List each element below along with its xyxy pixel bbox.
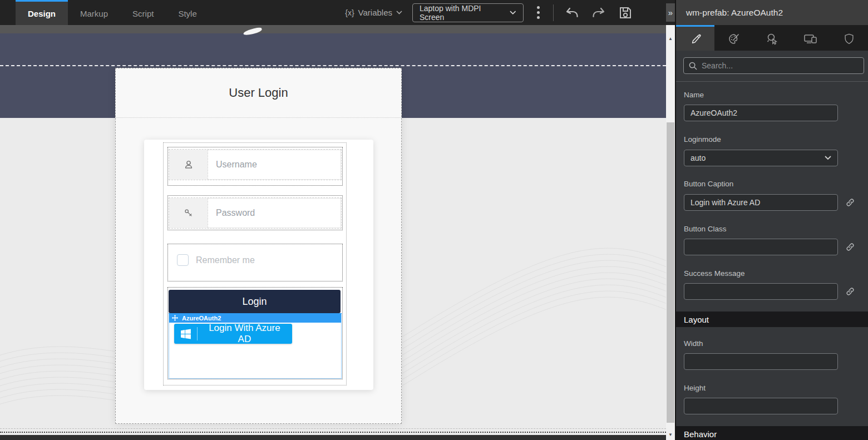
- link-icon: [845, 197, 855, 207]
- device-selector-value: Laptop with MDPI Screen: [420, 4, 504, 22]
- username-input[interactable]: [208, 150, 341, 180]
- windows-icon: [181, 329, 191, 339]
- login-page-panel[interactable]: User Login: [115, 68, 402, 424]
- wavemaker-designer: Design Markup Script Style {x} Variables…: [0, 0, 868, 440]
- tab-design[interactable]: Design: [16, 0, 68, 25]
- palette-icon: [727, 32, 741, 46]
- device-selector[interactable]: Laptop with MDPI Screen: [412, 3, 524, 22]
- pencil-icon: [689, 33, 702, 45]
- width-label: Width: [684, 339, 868, 348]
- variables-label: Variables: [358, 8, 392, 17]
- canvas-bottom-dotted-line: [0, 432, 666, 433]
- azure-button-label: Login With Azure AD: [204, 323, 285, 345]
- username-addon: [169, 150, 208, 180]
- name-field[interactable]: [684, 105, 838, 121]
- prefab-tag-label: AzureOAuth2: [182, 315, 221, 322]
- tab-script[interactable]: Script: [120, 0, 166, 25]
- key-icon: [183, 207, 194, 219]
- success-message-field[interactable]: [684, 283, 838, 300]
- remember-me-label: Remember me: [196, 255, 255, 265]
- layout-section-header[interactable]: Layout: [676, 312, 868, 327]
- button-divider: [197, 327, 198, 340]
- button-caption-label: Button Caption: [684, 180, 868, 189]
- height-field[interactable]: [684, 398, 838, 414]
- search-input[interactable]: [702, 61, 859, 70]
- tab-properties[interactable]: [676, 25, 714, 51]
- properties-body: Name Loginmode auto Button Caption Butto…: [676, 51, 868, 440]
- tab-devices[interactable]: [791, 25, 830, 51]
- canvas-bottom-strip: [0, 435, 666, 440]
- canvas-bottom-dashed-line: [0, 428, 666, 429]
- inspect-cursor-icon: [766, 32, 779, 46]
- kebab-menu-icon[interactable]: [534, 4, 543, 21]
- login-button[interactable]: Login: [169, 290, 341, 313]
- design-canvas[interactable]: User Login: [0, 25, 666, 440]
- page-title: User Login: [116, 68, 401, 118]
- canvas-topnav-strip: [0, 25, 666, 33]
- tab-security[interactable]: [830, 25, 868, 51]
- remember-me-checkbox[interactable]: [177, 254, 189, 266]
- azure-login-button[interactable]: Login With Azure AD: [174, 324, 292, 344]
- save-button[interactable]: [617, 4, 634, 21]
- button-caption-field[interactable]: [684, 194, 838, 211]
- devices-icon: [803, 33, 818, 45]
- divider: [676, 81, 868, 82]
- variables-dropdown[interactable]: {x} Variables: [345, 8, 402, 17]
- user-icon: [183, 159, 195, 171]
- buttons-row[interactable]: Login AzureOAuth2 Login With Azure AD: [167, 287, 343, 379]
- search-icon: [689, 62, 697, 70]
- success-message-label: Success Message: [684, 269, 868, 278]
- bind-property-button[interactable]: [845, 197, 855, 207]
- scroll-up-arrow[interactable]: ▲: [666, 34, 675, 43]
- canvas-scrollbar[interactable]: ▲ ▼: [666, 25, 675, 440]
- tab-markup[interactable]: Markup: [68, 0, 120, 25]
- behavior-section-header[interactable]: Behavior: [676, 426, 868, 440]
- width-field[interactable]: [684, 353, 838, 370]
- login-card[interactable]: Remember me Login AzureOAuth2: [144, 140, 373, 390]
- login-form[interactable]: Remember me Login AzureOAuth2: [163, 142, 347, 385]
- password-row[interactable]: [167, 195, 343, 230]
- link-icon: [845, 286, 855, 296]
- button-class-field[interactable]: [684, 239, 838, 255]
- save-icon: [618, 6, 633, 20]
- name-label: Name: [684, 91, 868, 100]
- button-class-label: Button Class: [684, 225, 868, 234]
- bind-property-button[interactable]: [845, 242, 855, 252]
- toolbar-divider: [553, 4, 554, 21]
- page-selection-outline: [0, 65, 666, 66]
- properties-panel-title: wm-prefab: AzureOAuth2: [676, 0, 868, 25]
- toolbar-actions: {x} Variables Laptop with MDPI Screen: [345, 0, 666, 25]
- shield-icon: [843, 33, 855, 45]
- loginmode-label: Loginmode: [684, 135, 868, 144]
- height-label: Height: [684, 384, 868, 393]
- redo-icon: [591, 6, 606, 19]
- tab-style[interactable]: Style: [166, 0, 209, 25]
- chevron-down-icon: [825, 156, 831, 160]
- redo-button[interactable]: [590, 4, 607, 21]
- remember-me-row[interactable]: Remember me: [167, 244, 343, 281]
- tab-inspect[interactable]: [753, 25, 791, 51]
- selected-prefab[interactable]: AzureOAuth2 Login With Azure AD: [169, 313, 342, 379]
- password-input[interactable]: [208, 198, 341, 228]
- top-toolbar: Design Markup Script Style {x} Variables…: [0, 0, 666, 25]
- username-row[interactable]: [167, 147, 343, 186]
- tab-styles[interactable]: [714, 25, 753, 51]
- prefab-selection-bar[interactable]: AzureOAuth2: [169, 313, 341, 323]
- variables-icon: {x}: [345, 8, 354, 17]
- loginmode-value: auto: [691, 154, 706, 162]
- move-icon: [172, 315, 178, 321]
- scrollbar-thumb[interactable]: [667, 122, 674, 423]
- chevron-down-icon: [510, 11, 516, 15]
- scroll-down-arrow[interactable]: ▼: [666, 430, 675, 439]
- properties-panel: wm-prefab: AzureOAuth2: [676, 0, 868, 440]
- property-search[interactable]: [683, 57, 864, 74]
- mode-tabs: Design Markup Script Style: [16, 0, 209, 25]
- properties-tabs: [676, 25, 868, 51]
- link-icon: [845, 242, 855, 252]
- chevron-down-icon: [396, 11, 402, 14]
- undo-button[interactable]: [564, 4, 580, 21]
- undo-icon: [565, 6, 579, 19]
- collapse-panel-icon[interactable]: »: [666, 3, 675, 22]
- loginmode-select[interactable]: auto: [684, 150, 838, 166]
- bind-property-button[interactable]: [845, 286, 855, 296]
